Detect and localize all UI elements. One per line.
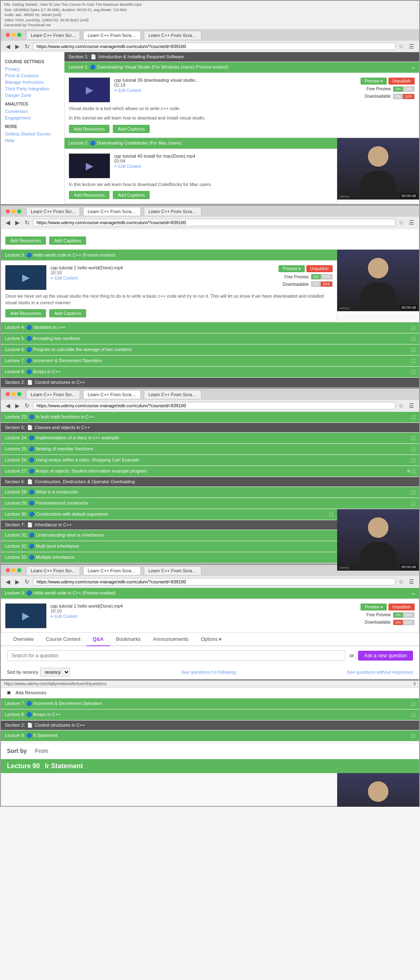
lecture-3-edit-link[interactable]: ✏ Edit Content	[50, 276, 78, 280]
maximize-button[interactable]	[17, 33, 21, 37]
lecture-3-free-preview-switch[interactable]: ON OFF	[311, 274, 333, 280]
url-input-2[interactable]	[33, 219, 395, 226]
prev-add-resources-btn[interactable]: Add Resources	[5, 236, 46, 245]
lecture-4-row[interactable]: Lecture 4: 🔵 Variables in c++ □	[1, 322, 419, 333]
url-input-3[interactable]	[33, 402, 395, 409]
lecture-23-row[interactable]: Lecture 23: 🔵 In built math functions in…	[1, 412, 419, 422]
refresh-button-2[interactable]: ↻	[23, 218, 31, 227]
free-preview-toggle-switch[interactable]: ON OFF	[393, 86, 415, 92]
bookmark-button-4[interactable]: ☆	[397, 578, 406, 586]
lecture-6-expand[interactable]: □	[412, 347, 415, 353]
lecture-3b-edit-link[interactable]: ✏ Edit Content	[50, 614, 78, 619]
minimize-button-3[interactable]	[11, 392, 16, 396]
settings-button-3[interactable]: ☰	[407, 402, 416, 410]
qa-search-input[interactable]	[7, 650, 345, 661]
lecture-6-row[interactable]: Lecture 6: 🔵 Program to calculate the av…	[1, 344, 419, 355]
lecture-25-row[interactable]: Lecture 25: 🔵 Nesting of member function…	[1, 444, 419, 454]
lecture-1-expand-icon[interactable]: –	[412, 64, 415, 71]
lecture-1-unpublish-btn[interactable]: Unpublish	[388, 78, 415, 85]
browser-tab-3[interactable]: Learn C++ From Scratch...	[144, 31, 201, 39]
lecture-23-expand[interactable]: □	[412, 414, 415, 420]
sort-by-select[interactable]: recency	[40, 668, 70, 677]
browser-tab-2-1[interactable]: Learn C++ From Scr...	[26, 207, 80, 216]
lecture-3b-free-toggle[interactable]: ON OFF	[393, 612, 415, 618]
back-button-3[interactable]: ◀	[4, 402, 12, 410]
settings-button-2[interactable]: ☰	[407, 218, 416, 227]
lecture-8-expand[interactable]: □	[412, 369, 415, 375]
lecture-29-expand[interactable]: □	[412, 500, 415, 507]
lecture-3-unpublish-btn[interactable]: Unpublish	[306, 265, 333, 272]
refresh-button-3[interactable]: ↻	[23, 402, 31, 410]
prev-add-captions-btn[interactable]: Add Captions	[49, 236, 86, 245]
minimize-button[interactable]	[11, 33, 16, 37]
lecture-26-expand[interactable]: □	[412, 457, 415, 464]
browser-tab-4-2[interactable]: Learn C++ From Scratch	[83, 566, 141, 575]
close-button-4[interactable]	[6, 568, 10, 572]
lecture-27-row[interactable]: Lecture 27: 🔵 Arrays of objects: Student…	[1, 466, 419, 477]
browser-tab-3-3[interactable]: Learn C++ From Scratch...	[144, 390, 201, 399]
ask-new-question-btn[interactable]: Ask a new question	[358, 651, 413, 661]
lecture-24-expand[interactable]: □	[412, 435, 415, 441]
minimize-button-4[interactable]	[11, 568, 16, 572]
lecture-1-edit-link[interactable]: ✏ Edit Content	[114, 88, 141, 93]
lecture-3b-unpublish-btn[interactable]: Unpublish	[388, 604, 415, 610]
tab-overview[interactable]: Overview	[7, 633, 40, 646]
lecture-27-expand[interactable]: □	[412, 468, 415, 475]
browser-tab-4-1[interactable]: Learn C++ From Scr...	[26, 566, 80, 575]
forward-button[interactable]: ▶	[14, 42, 21, 50]
lecture-29-row[interactable]: Lecture 29: 🔵 Parameterized constructor …	[1, 498, 419, 509]
lecture-28-row[interactable]: Lecture 28: 🔵 What is a constructor □	[1, 487, 419, 498]
forward-button-3[interactable]: ▶	[14, 402, 21, 410]
lecture-4-expand[interactable]: □	[412, 324, 415, 331]
lecture-1-row[interactable]: Lecture 1: 🔵 Downloading Visual Studio (…	[64, 62, 419, 73]
lecture-8-row[interactable]: Lecture 8: 🔵 Arrays in C++ □	[1, 367, 419, 377]
downloadable-toggle-switch[interactable]: ON OFF	[393, 94, 415, 99]
refresh-button-4[interactable]: ↻	[23, 578, 31, 586]
lecture-7-expand[interactable]: □	[412, 358, 415, 364]
sidebar-price-coupons-link[interactable]: Price & Coupons	[5, 72, 60, 79]
lecture-1-add-captions-btn[interactable]: Add Captions	[113, 125, 150, 133]
lecture-3b-row[interactable]: Lecture 3: 🔵 Hello world code in C++ (Pr…	[1, 588, 419, 599]
tab-course-content[interactable]: Course Content	[40, 633, 87, 646]
lecture-7b-row[interactable]: Lecture 7: 🔵 Increment & Decrement Opera…	[1, 698, 419, 709]
lecture-2-edit-link[interactable]: ✏ Edit Content	[114, 164, 141, 169]
lecture-3-downloadable-switch[interactable]: ON OFF	[311, 281, 333, 287]
back-button-2[interactable]: ◀	[4, 218, 12, 227]
tab-announcements[interactable]: Announcements	[147, 633, 195, 646]
bookmark-button-3[interactable]: ☆	[397, 402, 406, 410]
lecture-8b-row[interactable]: Lecture 8: 🔵 Arrays in C++ □	[1, 709, 419, 720]
sidebar-third-party-link[interactable]: Third Party Integration	[5, 85, 60, 92]
sidebar-manage-instructors-link[interactable]: Manage Instructors	[5, 79, 60, 85]
tab-qa[interactable]: Q&A	[87, 633, 110, 646]
sidebar-getting-started-link[interactable]: Getting Started Survey	[5, 131, 60, 137]
settings-button-4[interactable]: ☰	[407, 578, 416, 586]
lecture-5-expand[interactable]: □	[412, 335, 415, 342]
back-button[interactable]: ◀	[4, 42, 12, 50]
tab-bookmarks[interactable]: Bookmarks	[110, 633, 147, 646]
lecture-3-add-resources-btn[interactable]: Add Resources	[5, 309, 46, 317]
lecture-3b-expand[interactable]: –	[412, 590, 415, 597]
sidebar-engagement-link[interactable]: Engagement	[5, 115, 60, 121]
browser-tab-2-3[interactable]: Learn C++ From Scratch...	[144, 207, 201, 216]
lecture-9-row[interactable]: Lecture 9: 🔵 If Statement □	[1, 730, 419, 741]
lecture-3b-preview-btn[interactable]: Preview ▾	[361, 604, 386, 610]
tab-options[interactable]: Options ▾	[195, 633, 228, 646]
refresh-button[interactable]: ↻	[23, 42, 31, 50]
bookmark-button[interactable]: ☆	[397, 42, 406, 50]
url-input-4[interactable]	[33, 578, 395, 585]
maximize-button-2[interactable]	[17, 209, 21, 213]
browser-tab-4-3[interactable]: Learn C++ From Scratch...	[144, 566, 201, 575]
lecture-8b-expand[interactable]: □	[412, 711, 415, 718]
close-button-3[interactable]	[6, 392, 10, 396]
lecture-26-row[interactable]: Lecture 26: 🔵 Using arrays within a clas…	[1, 455, 419, 466]
lecture-3-preview-btn[interactable]: Preview ▾	[278, 265, 304, 272]
maximize-button-3[interactable]	[17, 392, 21, 396]
close-button[interactable]	[6, 33, 10, 37]
sidebar-danger-zone-link[interactable]: Danger Zone	[5, 92, 60, 99]
lecture-25-expand[interactable]: □	[412, 446, 415, 452]
forward-button-4[interactable]: ▶	[14, 578, 21, 586]
browser-tab-2-2[interactable]: Learn C++ From Scratch	[83, 207, 141, 216]
following-link[interactable]: See questions I'm following	[181, 670, 236, 675]
bookmark-button-2[interactable]: ☆	[397, 218, 406, 227]
forward-button-2[interactable]: ▶	[14, 218, 21, 227]
